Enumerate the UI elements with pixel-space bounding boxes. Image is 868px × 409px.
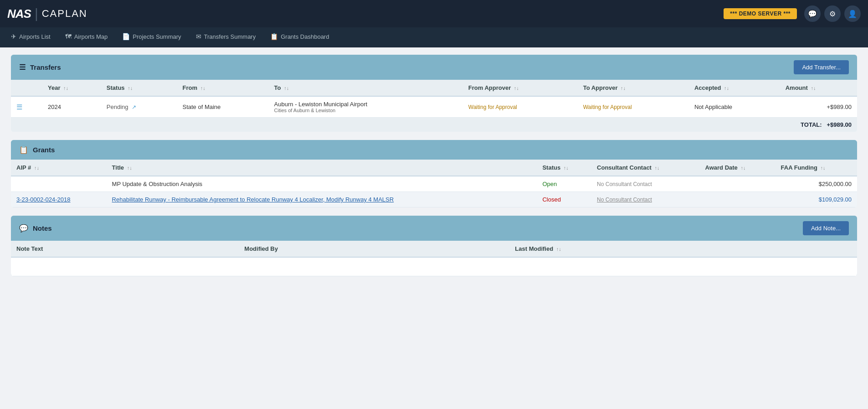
transfers-icon: ☰ (19, 63, 26, 72)
demo-badge: *** DEMO SERVER *** (724, 8, 797, 19)
transfers-summary-icon: ✉ (196, 33, 201, 40)
grant-aip-0 (11, 176, 107, 192)
table-row (11, 257, 857, 276)
airports-list-icon: ✈ (11, 33, 16, 40)
col-header-consultant[interactable]: Consultant Contact ↑↓ (591, 160, 699, 176)
col-header-title[interactable]: Title ↑↓ (107, 160, 537, 176)
logo-nas: NAS (7, 7, 31, 21)
grant-faa-funding-0: $250,000.00 (776, 176, 857, 192)
table-row: MP Update & Obstruction Analysis Open No… (11, 176, 857, 192)
logo-caplan: CAPLAN (42, 8, 87, 20)
notes-title: 💬 Notes (19, 224, 52, 233)
subnav-transfers-summary[interactable]: ✉ Transfers Summary (189, 27, 263, 47)
col-header-year[interactable]: Year ↑↓ (42, 80, 101, 96)
subnav-airports-list-label: Airports List (19, 33, 51, 40)
logo: NAS | CAPLAN (7, 6, 87, 21)
grant-award-date-0 (700, 176, 776, 192)
grants-table-wrap: AIP # ↑↓ Title ↑↓ Status ↑↓ Consultant C… (11, 160, 857, 207)
subnav-transfers-summary-label: Transfers Summary (204, 33, 256, 40)
grants-title: 📋 Grants (19, 145, 55, 154)
transfer-amount: +$989.00 (780, 96, 857, 118)
main-content: ☰ Transfers Add Transfer... Year ↑↓ Stat… (0, 47, 868, 292)
subnav-airports-map-label: Airports Map (74, 33, 108, 40)
notes-icon: 💬 (19, 224, 28, 233)
subnav-grants-dashboard[interactable]: 📋 Grants Dashboard (263, 27, 336, 47)
transfer-year: 2024 (42, 96, 101, 118)
row-detail-icon[interactable]: ☰ (16, 103, 22, 111)
airports-map-icon: 🗺 (65, 33, 72, 40)
col-header-last-modified[interactable]: Last Modified ↑↓ (509, 241, 857, 257)
settings-icon[interactable]: ⚙ (824, 5, 841, 22)
grants-table: AIP # ↑↓ Title ↑↓ Status ↑↓ Consultant C… (11, 160, 857, 207)
notes-section: 💬 Notes Add Note... Note Text Modified B… (11, 216, 857, 276)
col-header-modified-by: Modified By (239, 241, 509, 257)
transfer-to: Auburn - Lewiston Municipal Airport Citi… (269, 96, 463, 118)
logo-separator: | (35, 6, 38, 21)
grants-dashboard-icon: 📋 (270, 33, 278, 40)
subnav-airports-map[interactable]: 🗺 Airports Map (58, 27, 115, 47)
user-icon[interactable]: 👤 (844, 5, 861, 22)
transfer-status: Pending ↗ (101, 96, 177, 118)
subnav-grants-dashboard-label: Grants Dashboard (281, 33, 329, 40)
grant-aip-1[interactable]: 3-23-0002-024-2018 (11, 192, 107, 207)
col-header-grant-status[interactable]: Status ↑↓ (537, 160, 591, 176)
table-row: ☰ 2024 Pending ↗ State of Maine Auburn -… (11, 96, 857, 118)
transfers-title: ☰ Transfers (19, 63, 61, 72)
col-header-award-date[interactable]: Award Date ↑↓ (700, 160, 776, 176)
subnav-projects-summary-label: Projects Summary (133, 33, 181, 40)
add-note-button[interactable]: Add Note... (803, 221, 849, 235)
notes-table: Note Text Modified By Last Modified ↑↓ (11, 241, 857, 276)
col-header-status[interactable]: Status ↑↓ (101, 80, 177, 96)
topbar: NAS | CAPLAN *** DEMO SERVER *** 💬 ⚙ 👤 (0, 0, 868, 27)
chat-icon[interactable]: 💬 (804, 5, 821, 22)
subnav: ✈ Airports List 🗺 Airports Map 📄 Project… (0, 27, 868, 47)
notes-header: 💬 Notes Add Note... (11, 216, 857, 241)
transfers-table-wrap: Year ↑↓ Status ↑↓ From ↑↓ To ↑↓ From App… (11, 80, 857, 132)
col-header-accepted[interactable]: Accepted ↑↓ (689, 80, 780, 96)
grant-status-0: Open (537, 176, 591, 192)
col-header-icon (11, 80, 42, 96)
col-header-from[interactable]: From ↑↓ (177, 80, 269, 96)
grant-consultant-1: No Consultant Contact (591, 192, 699, 207)
col-header-to[interactable]: To ↑↓ (269, 80, 463, 96)
col-header-amount[interactable]: Amount ↑↓ (780, 80, 857, 96)
transfers-table: Year ↑↓ Status ↑↓ From ↑↓ To ↑↓ From App… (11, 80, 857, 118)
transfer-to-approver: Waiting for Approval (578, 96, 689, 118)
notes-empty (11, 257, 857, 276)
row-icon-cell[interactable]: ☰ (11, 96, 42, 118)
col-header-note-text: Note Text (11, 241, 239, 257)
grant-status-1: Closed (537, 192, 591, 207)
grant-award-date-1 (700, 192, 776, 207)
col-header-faa-funding[interactable]: FAA Funding ↑↓ (776, 160, 857, 176)
notes-table-wrap: Note Text Modified By Last Modified ↑↓ (11, 241, 857, 276)
col-header-aip[interactable]: AIP # ↑↓ (11, 160, 107, 176)
col-header-to-approver[interactable]: To Approver ↑↓ (578, 80, 689, 96)
grant-consultant-0: No Consultant Contact (591, 176, 699, 192)
transfers-header: ☰ Transfers Add Transfer... (11, 55, 857, 80)
transfer-from-approver: Waiting for Approval (463, 96, 578, 118)
grants-icon: 📋 (19, 145, 28, 154)
col-header-from-approver[interactable]: From Approver ↑↓ (463, 80, 578, 96)
grants-section: 📋 Grants AIP # ↑↓ Title ↑↓ Status ↑↓ Con… (11, 140, 857, 207)
table-row: 3-23-0002-024-2018 Rehabilitate Runway -… (11, 192, 857, 207)
topbar-actions: 💬 ⚙ 👤 (804, 5, 861, 22)
grant-title-0: MP Update & Obstruction Analysis (107, 176, 537, 192)
grants-header: 📋 Grants (11, 140, 857, 160)
transfers-section: ☰ Transfers Add Transfer... Year ↑↓ Stat… (11, 55, 857, 132)
status-link-icon[interactable]: ↗ (132, 104, 136, 110)
transfer-accepted: Not Applicable (689, 96, 780, 118)
transfer-from: State of Maine (177, 96, 269, 118)
grant-faa-funding-1: $109,029.00 (776, 192, 857, 207)
subnav-projects-summary[interactable]: 📄 Projects Summary (115, 27, 188, 47)
grant-title-1[interactable]: Rehabilitate Runway - Reimbursable Agree… (107, 192, 537, 207)
add-transfer-button[interactable]: Add Transfer... (794, 60, 849, 74)
transfers-total: TOTAL: +$989.00 (11, 118, 857, 132)
subnav-airports-list[interactable]: ✈ Airports List (4, 27, 58, 47)
projects-summary-icon: 📄 (122, 33, 130, 40)
